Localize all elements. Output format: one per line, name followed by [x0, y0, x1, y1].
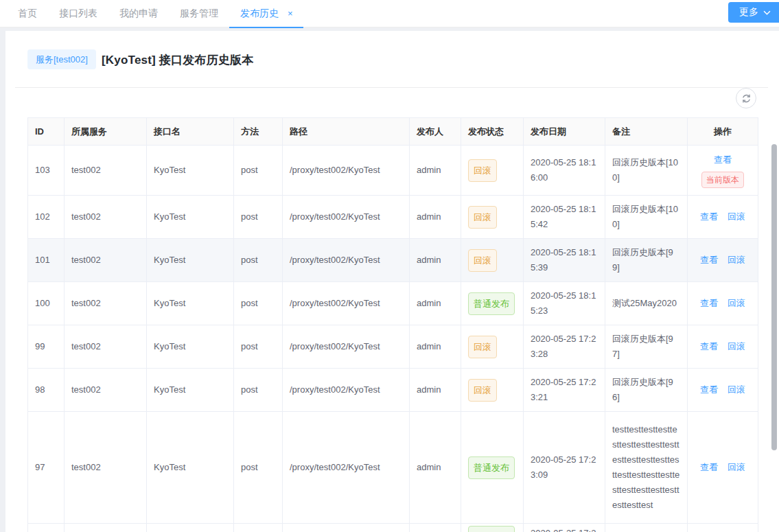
cell-id	[28, 524, 65, 532]
cell-remark: 回滚历史版本[100]	[605, 146, 688, 196]
cell-status: 回滚	[461, 325, 524, 369]
column-header: 路径	[283, 118, 410, 146]
cell-id: 102	[28, 196, 65, 239]
cell-service: test002	[65, 412, 147, 524]
cell-id: 100	[28, 282, 65, 325]
column-header: 所属服务	[65, 118, 147, 146]
cell-date: 2020-05-25 17:23:28	[524, 325, 605, 369]
cell-api-name: KyoTest	[147, 282, 234, 325]
vertical-scrollbar-thumb[interactable]	[771, 144, 777, 450]
cell-publisher: admin	[410, 412, 461, 524]
status-badge: 回滚	[468, 336, 497, 358]
cell-service: test002	[65, 282, 147, 325]
cell-service: test002	[65, 146, 147, 196]
cell-status: 回滚	[461, 196, 524, 239]
tab[interactable]: 服务管理	[169, 0, 229, 27]
refresh-button[interactable]	[736, 88, 756, 108]
tab-label: 服务管理	[180, 8, 218, 19]
header-divider	[15, 87, 768, 88]
cell-remark: 回滚历史版本[96]	[605, 369, 688, 412]
cell-service: test002	[65, 239, 147, 282]
table-row: 普通发布2020-05-25 17:2	[28, 524, 758, 532]
cell-path: /proxy/test002/KyoTest	[283, 325, 410, 369]
cell-publisher: admin	[410, 282, 461, 325]
cell-method: post	[234, 412, 283, 524]
cell-api-name	[147, 524, 234, 532]
tab[interactable]: 我的申请	[108, 0, 169, 27]
column-header: 备注	[605, 118, 688, 146]
cell-method: post	[234, 196, 283, 239]
cell-service: test002	[65, 369, 147, 412]
column-header: 发布日期	[524, 118, 605, 146]
cell-date: 2020-05-25 18:15:23	[524, 282, 605, 325]
cell-service: test002	[65, 196, 147, 239]
cell-path: /proxy/test002/KyoTest	[283, 196, 410, 239]
view-link[interactable]: 查看	[714, 152, 732, 167]
tab-label: 首页	[18, 8, 37, 19]
cell-date: 2020-05-25 17:23:21	[524, 369, 605, 412]
column-header: 接口名	[147, 118, 234, 146]
more-button[interactable]: 更多	[728, 2, 779, 23]
table-container: ID所属服务接口名方法路径发布人发布状态发布日期备注操作 103test002K…	[27, 117, 758, 532]
cell-date: 2020-05-25 17:2	[524, 524, 605, 532]
cell-remark	[605, 524, 688, 532]
status-badge: 回滚	[468, 249, 497, 272]
cell-publisher	[410, 524, 461, 532]
cell-actions: 查看当前版本	[688, 146, 758, 196]
close-icon[interactable]: ×	[288, 8, 293, 19]
view-link[interactable]: 查看	[700, 382, 718, 397]
tab[interactable]: 接口列表	[48, 0, 108, 27]
release-history-table: ID所属服务接口名方法路径发布人发布状态发布日期备注操作 103test002K…	[27, 117, 758, 532]
cell-actions: 查看回滚	[688, 325, 758, 369]
cell-id: 103	[28, 146, 65, 196]
rollback-link[interactable]: 回滚	[728, 253, 745, 268]
column-header: ID	[28, 118, 65, 146]
cell-api-name: KyoTest	[147, 196, 234, 239]
rollback-link[interactable]: 回滚	[728, 460, 745, 475]
tab-label: 接口列表	[59, 8, 97, 19]
column-header: 方法	[234, 118, 283, 146]
cell-api-name: KyoTest	[147, 239, 234, 282]
status-badge: 回滚	[468, 379, 497, 402]
tab-label: 我的申请	[119, 8, 158, 19]
view-link[interactable]: 查看	[700, 209, 718, 224]
cell-publisher: admin	[410, 146, 461, 196]
cell-remark: 回滚历史版本[100]	[605, 196, 688, 239]
view-link[interactable]: 查看	[700, 460, 718, 475]
tab-label: 发布历史	[240, 8, 279, 19]
cell-method: post	[234, 282, 283, 325]
column-header: 操作	[688, 118, 758, 146]
cell-date: 2020-05-25 18:15:42	[524, 196, 605, 239]
page-title: [KyoTest] 接口发布历史版本	[102, 52, 253, 68]
view-link[interactable]: 查看	[700, 339, 718, 354]
rollback-link[interactable]: 回滚	[728, 382, 745, 397]
cell-remark: testtesttesttesttesttesttesttesttesttest…	[605, 412, 688, 524]
cell-method: post	[234, 325, 283, 369]
cell-path: /proxy/test002/KyoTest	[283, 239, 410, 282]
more-button-label: 更多	[739, 6, 758, 19]
status-badge: 普通发布	[468, 292, 515, 315]
rollback-link[interactable]: 回滚	[728, 339, 745, 354]
cell-status: 回滚	[461, 146, 524, 196]
tab[interactable]: 首页	[7, 0, 48, 27]
tab-bar: 首页 接口列表 我的申请 服务管理 发布历史 ×	[0, 0, 779, 27]
tab[interactable]: 发布历史 ×	[229, 0, 303, 27]
view-link[interactable]: 查看	[700, 296, 718, 311]
cell-date: 2020-05-25 18:16:00	[524, 146, 605, 196]
cell-status: 普通发布	[461, 412, 524, 524]
content-card: 服务[test002] [KyoTest] 接口发布历史版本 ID所属服务接口名…	[5, 31, 779, 532]
cell-api-name: KyoTest	[147, 146, 234, 196]
view-link[interactable]: 查看	[700, 253, 718, 268]
cell-date: 2020-05-25 17:23:09	[524, 412, 605, 524]
cell-id: 98	[28, 369, 65, 412]
table-row: 100test002KyoTestpost/proxy/test002/KyoT…	[28, 282, 758, 325]
status-badge: 普通发布	[468, 526, 515, 532]
cell-method: post	[234, 239, 283, 282]
cell-status: 普通发布	[461, 524, 524, 532]
refresh-icon	[741, 93, 752, 104]
cell-path: /proxy/test002/KyoTest	[283, 369, 410, 412]
rollback-link[interactable]: 回滚	[728, 296, 745, 311]
cell-actions	[688, 524, 758, 532]
rollback-link[interactable]: 回滚	[728, 209, 745, 224]
table-row: 103test002KyoTestpost/proxy/test002/KyoT…	[28, 146, 758, 196]
